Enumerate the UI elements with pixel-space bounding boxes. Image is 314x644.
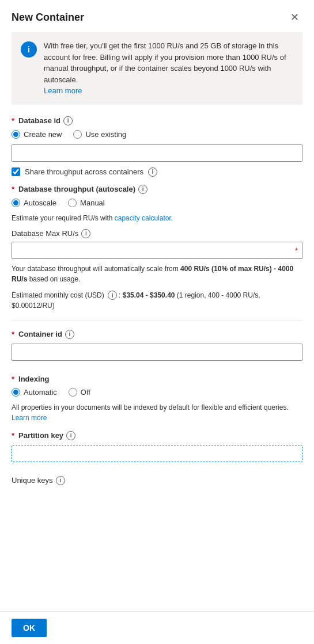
database-id-info-icon[interactable]: i [63, 116, 73, 125]
max-rus-required-mark: * [295, 246, 298, 255]
database-id-radio-group: Create new Use existing [12, 130, 302, 139]
capacity-hint: Estimate your required RU/s with capacit… [12, 213, 302, 223]
throughput-info-icon[interactable]: i [138, 185, 147, 194]
dialog-title: New Container [12, 12, 84, 24]
database-id-input[interactable]: ExamsData [12, 144, 302, 162]
max-rus-input[interactable]: 4000 [12, 242, 302, 259]
info-circle-icon: i [21, 41, 37, 58]
unique-keys-label: Unique keys [12, 476, 53, 485]
container-id-input[interactable]: ExamsResult [12, 344, 302, 361]
autoscale-radio[interactable] [12, 199, 20, 207]
indexing-required-star: * [12, 375, 14, 383]
new-container-dialog: New Container ✕ i With free tier, you'll… [0, 0, 314, 644]
indexing-label: * Indexing [12, 375, 302, 383]
partition-key-section: * Partition key i /subjectName [12, 431, 302, 468]
share-throughput-checkbox[interactable] [12, 167, 20, 176]
automatic-label: Automatic [24, 388, 57, 397]
dialog-header: New Container ✕ [0, 0, 314, 32]
partition-key-required-star: * [12, 431, 14, 440]
create-new-radio-label[interactable]: Create new [12, 130, 62, 139]
use-existing-radio[interactable] [73, 130, 82, 139]
container-id-info-icon[interactable]: i [65, 330, 74, 339]
off-radio-label[interactable]: Off [69, 388, 90, 397]
close-button[interactable]: ✕ [286, 9, 302, 25]
partition-key-label-text: Partition key [18, 431, 63, 440]
container-id-label-text: Container id [18, 330, 62, 338]
manual-label: Manual [80, 199, 105, 207]
info-banner-message: With free tier, you'll get the first 100… [44, 41, 286, 84]
partition-key-info-icon[interactable]: i [66, 431, 75, 440]
use-existing-radio-label[interactable]: Use existing [73, 130, 126, 139]
use-existing-label: Use existing [85, 130, 126, 139]
automatic-radio[interactable] [12, 388, 20, 397]
throughput-label-text: Database throughput (autoscale) [18, 185, 135, 193]
autoscale-label: Autoscale [24, 199, 56, 207]
share-throughput-row: Share throughput across containers i [12, 167, 302, 177]
unique-keys-section: Unique keys i [12, 476, 302, 485]
capacity-text: Estimate your required RU/s with [12, 214, 112, 222]
estimate-bold: $35.04 - $350.40 [123, 291, 175, 299]
dialog-body: i With free tier, you'll get the first 1… [0, 32, 314, 611]
scale-hint-text: Your database throughput will automatica… [12, 265, 179, 273]
unique-keys-info-icon[interactable]: i [56, 476, 65, 485]
ok-button[interactable]: OK [12, 619, 47, 637]
throughput-label: * Database throughput (autoscale) i [12, 185, 302, 194]
indexing-hint: All properties in your documents will be… [12, 402, 302, 423]
indexing-section: * Indexing Automatic Off All properties … [12, 375, 302, 423]
database-throughput-section: * Database throughput (autoscale) i Auto… [12, 185, 302, 311]
capacity-calculator-link[interactable]: capacity calculator. [115, 214, 173, 222]
off-radio[interactable] [69, 388, 77, 397]
scale-hint2: based on usage. [29, 275, 81, 283]
learn-more-link[interactable]: Learn more [44, 86, 82, 95]
estimate-prefix: Estimated monthly cost (USD) [12, 291, 104, 299]
info-banner-text: With free tier, you'll get the first 100… [44, 40, 293, 97]
partition-key-label: * Partition key i [12, 431, 302, 440]
container-id-label: * Container id i [12, 330, 302, 339]
dialog-footer: OK [0, 611, 314, 644]
indexing-label-text: Indexing [18, 375, 49, 383]
max-rus-label: Database Max RU/s [12, 229, 78, 238]
database-id-label-text: Database id [18, 116, 60, 125]
section-divider [12, 320, 302, 321]
off-label: Off [81, 388, 90, 397]
manual-radio-label[interactable]: Manual [68, 199, 105, 207]
container-id-section: * Container id i ExamsResult [12, 330, 302, 367]
max-rus-info-icon[interactable]: i [81, 229, 90, 238]
create-new-label: Create new [24, 130, 62, 139]
share-throughput-label: Share throughput across containers [25, 167, 143, 176]
autoscale-radio-label[interactable]: Autoscale [12, 199, 56, 207]
database-id-label: * Database id i [12, 116, 302, 125]
throughput-radio-group: Autoscale Manual [12, 199, 302, 207]
info-banner: i With free tier, you'll get the first 1… [12, 32, 302, 105]
share-throughput-info-icon[interactable]: i [148, 167, 157, 177]
database-id-section: * Database id i Create new Use existing … [12, 116, 302, 177]
automatic-radio-label[interactable]: Automatic [12, 388, 57, 397]
estimate-info-icon[interactable]: i [108, 291, 117, 300]
indexing-hint-text: All properties in your documents will be… [12, 403, 289, 411]
scale-hint: Your database throughput will automatica… [12, 264, 302, 284]
estimate-text: Estimated monthly cost (USD) i: $35.04 -… [12, 290, 302, 311]
database-id-required-star: * [12, 116, 14, 125]
manual-radio[interactable] [68, 199, 77, 207]
partition-key-input[interactable]: /subjectName [12, 445, 302, 462]
indexing-radio-group: Automatic Off [12, 388, 302, 397]
throughput-required-star: * [12, 185, 14, 193]
unique-keys-label-row: Unique keys i [12, 476, 302, 485]
indexing-learn-more-link[interactable]: Learn more [12, 414, 47, 422]
create-new-radio[interactable] [12, 130, 20, 139]
max-rus-label-row: Database Max RU/s i [12, 229, 302, 238]
container-id-required-star: * [12, 330, 14, 338]
max-rus-input-wrapper: 4000 * [12, 242, 302, 259]
